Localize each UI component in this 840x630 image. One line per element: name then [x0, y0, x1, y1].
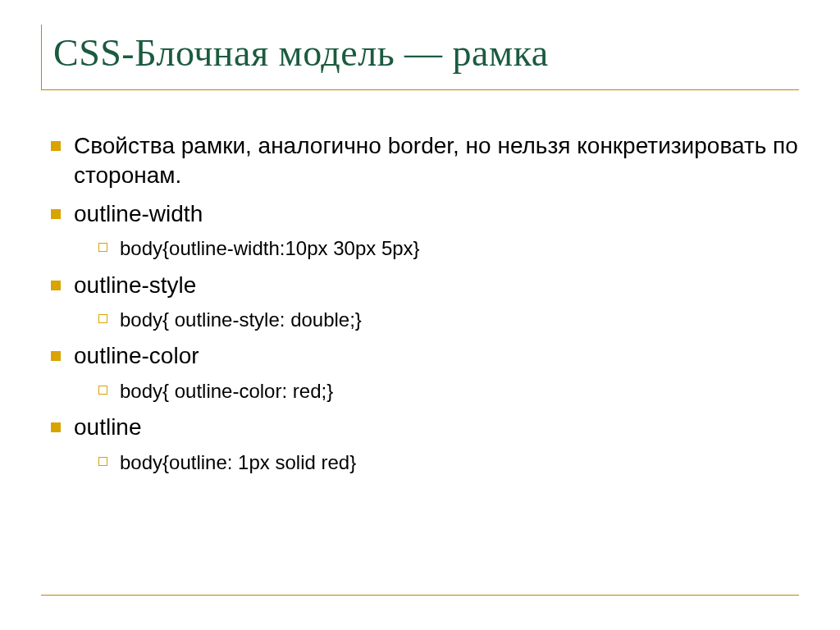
- sub-bullet-item: body{ outline-style: double;}: [98, 307, 799, 333]
- slide-title: CSS-Блочная модель — рамка: [53, 31, 799, 75]
- bullet-text: outline-style: [74, 272, 196, 298]
- bullet-item: outline body{outline: 1px solid red}: [49, 413, 799, 476]
- title-frame: CSS-Блочная модель — рамка: [41, 25, 799, 90]
- sub-bullet-list: body{ outline-style: double;}: [74, 307, 799, 333]
- bullet-text: outline-width: [74, 201, 203, 226]
- bullet-item: outline-width body{outline-width:10px 30…: [49, 199, 799, 262]
- sub-bullet-text: body{outline-width:10px 30px 5px}: [120, 237, 420, 259]
- slide: CSS-Блочная модель — рамка Свойства рамк…: [0, 0, 840, 630]
- bottom-divider: [41, 595, 799, 596]
- sub-bullet-list: body{outline: 1px solid red}: [74, 450, 799, 476]
- sub-bullet-item: body{outline-width:10px 30px 5px}: [98, 235, 799, 262]
- bullet-text: outline: [74, 414, 142, 440]
- bullet-item: Свойства рамки, аналогично border, но не…: [49, 131, 799, 191]
- sub-bullet-list: body{ outline-color: red;}: [74, 378, 799, 404]
- bullet-item: outline-color body{ outline-color: red;}: [49, 341, 799, 404]
- sub-bullet-text: body{outline: 1px solid red}: [120, 451, 356, 473]
- bullet-item: outline-style body{ outline-style: doubl…: [49, 271, 799, 334]
- bullet-text: outline-color: [74, 343, 199, 368]
- bullet-text: Свойства рамки, аналогично border, но не…: [74, 133, 798, 188]
- sub-bullet-list: body{outline-width:10px 30px 5px}: [74, 235, 799, 262]
- sub-bullet-text: body{ outline-color: red;}: [120, 380, 333, 402]
- sub-bullet-item: body{outline: 1px solid red}: [98, 450, 799, 476]
- bullet-list: Свойства рамки, аналогично border, но не…: [41, 131, 799, 476]
- sub-bullet-item: body{ outline-color: red;}: [98, 378, 799, 404]
- sub-bullet-text: body{ outline-style: double;}: [120, 308, 362, 331]
